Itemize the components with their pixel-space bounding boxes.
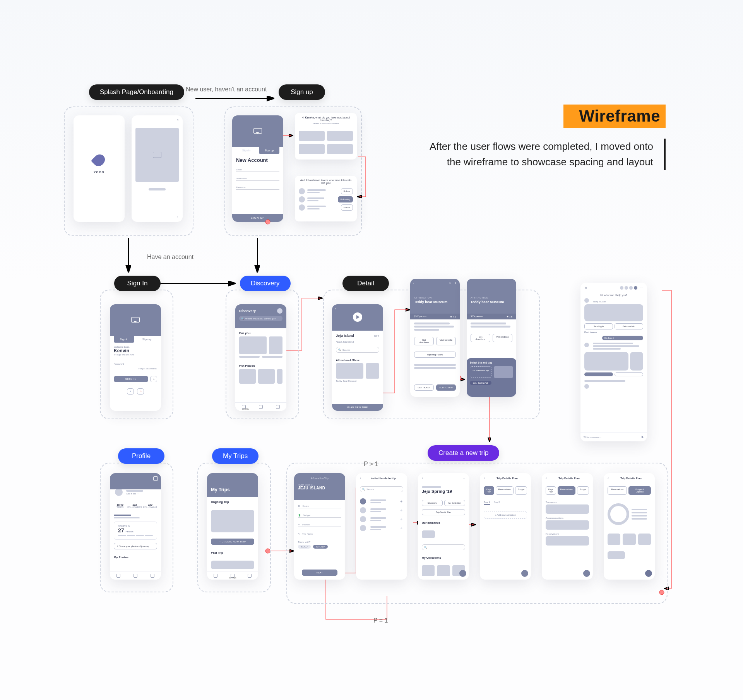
temperature: 18°C bbox=[374, 335, 379, 337]
tab-budget[interactable]: Budget bbox=[515, 486, 527, 495]
facebook-icon[interactable]: f bbox=[127, 388, 134, 395]
page-title: My Trips bbox=[211, 487, 230, 492]
back-icon[interactable]: ‹ bbox=[413, 282, 414, 285]
tab-signin[interactable]: Sign in bbox=[114, 336, 134, 343]
create-new-trip-button[interactable]: + CREATE NEW TRIP bbox=[211, 539, 254, 545]
day1-tab[interactable]: Day 1 bbox=[484, 501, 490, 505]
forgot-link[interactable]: Forgot password? bbox=[114, 367, 157, 370]
budget-icon: 💲 bbox=[298, 514, 301, 516]
screen-discovery: Discovery 🔍 Where would you want to go? … bbox=[235, 304, 286, 411]
screen-detail-item: ‹ ♡ ⇪ ATTRACTION Teddy bear Museum $55/ … bbox=[410, 279, 460, 397]
screen-chat: ✕ ⋯ Hi, what can I help you? Today 10:15… bbox=[580, 283, 647, 441]
back-icon[interactable]: ‹ bbox=[360, 476, 361, 480]
back-icon[interactable]: ‹ bbox=[484, 476, 485, 480]
place-title: Jeju Island bbox=[336, 334, 354, 338]
screen-detail-item-picker: ATTRACTION Teddy bear Museum $55/ person… bbox=[467, 279, 516, 397]
tab-plan[interactable]: Trip Details Plan bbox=[422, 509, 465, 515]
tag-signin: Sign In bbox=[114, 276, 161, 291]
tag-profile: Profile bbox=[118, 448, 164, 464]
faceid-icon[interactable]: ⌂ bbox=[150, 376, 157, 382]
plan-new-trip-button[interactable]: PLAN NEW TRIP bbox=[332, 404, 383, 411]
back-icon[interactable]: ‹ bbox=[546, 476, 547, 480]
add-attraction-button[interactable]: + Add new attraction bbox=[484, 511, 527, 519]
search-icon: 🔍 bbox=[241, 317, 244, 320]
screen-mytrips: My Trips Ongoing Trip + CREATE NEW TRIP … bbox=[207, 473, 258, 580]
chat-fab-icon[interactable] bbox=[521, 570, 528, 577]
chat-fab-icon[interactable] bbox=[459, 570, 466, 577]
password-field[interactable]: Password bbox=[114, 361, 157, 366]
tag-discovery: Discovery bbox=[240, 276, 291, 291]
label-p-eq-1: P = 1 bbox=[373, 617, 388, 624]
tag-mytrips: My Trips bbox=[212, 448, 259, 464]
avatar-icon[interactable] bbox=[277, 308, 282, 314]
heart-icon[interactable]: ♡ bbox=[449, 282, 451, 285]
close-icon[interactable]: ✕ bbox=[584, 286, 587, 290]
back-icon[interactable]: ‹ bbox=[608, 476, 609, 480]
rating: 7.6 bbox=[453, 316, 456, 318]
screen-profile: Add a bio → 18.45TRIPS 132FOLLOWERS 220F… bbox=[110, 473, 161, 580]
back-icon[interactable]: ‹ bbox=[422, 476, 423, 480]
tag-create-trip: Create a new trip bbox=[428, 445, 499, 461]
back-icon[interactable]: ‹ bbox=[335, 307, 336, 310]
svg-point-4 bbox=[265, 220, 270, 224]
chat-fab-icon[interactable] bbox=[645, 570, 652, 577]
chat-title: Hi, what can I help you? bbox=[580, 294, 647, 297]
screen-detail-overview: ‹ Jeju Island 18°C About Jeju Island 🔍Se… bbox=[332, 304, 383, 411]
solo-chip[interactable]: SOLO bbox=[298, 545, 311, 549]
interest-icon: ✦ bbox=[298, 523, 300, 526]
user-name: Kenvin bbox=[114, 348, 157, 353]
bottom-nav[interactable] bbox=[110, 571, 161, 580]
trip-chip[interactable]: Jeju Spring '19 bbox=[470, 381, 491, 385]
next-button[interactable]: NEXT bbox=[302, 570, 337, 576]
visit-website-button[interactable]: Visit website bbox=[436, 337, 456, 345]
play-icon[interactable] bbox=[353, 312, 362, 322]
screen-invite: ‹ Invite friends to trip 🔍Search ＋ ＋ ＋ ＋ bbox=[356, 473, 407, 580]
chat-input[interactable]: Write message… bbox=[584, 436, 641, 438]
get-directions-button[interactable]: Get directions bbox=[414, 337, 434, 345]
tab-budget-expense[interactable]: Budget & Expense bbox=[628, 486, 651, 495]
screen-reservations: ‹ Trip Details Plan Days Plan Reservatio… bbox=[542, 473, 593, 580]
tab-discovery[interactable]: Discovery bbox=[422, 500, 443, 506]
search-icon: 🔍 bbox=[362, 488, 365, 491]
tab-signup[interactable]: Sign up bbox=[137, 336, 157, 343]
add-icon[interactable]: ＋ bbox=[399, 499, 403, 504]
label-p-gt-1: P > 1 bbox=[364, 461, 378, 468]
signin-button[interactable]: SIGN IN bbox=[114, 376, 148, 382]
calendar-icon: 🗓 bbox=[298, 505, 300, 507]
group-chip[interactable]: GROUP bbox=[313, 545, 328, 549]
tab-res[interactable]: Reservations bbox=[496, 486, 514, 495]
screen-signin: Sign in Sign up Welcome back, Kenvin let… bbox=[110, 304, 161, 411]
get-ticket-button[interactable]: GET TICKET bbox=[414, 384, 434, 391]
day2-tab[interactable]: Day 2 bbox=[494, 501, 500, 505]
search-input[interactable]: Where would you want to go? bbox=[245, 317, 276, 320]
tab-days[interactable]: Days Plan bbox=[484, 486, 494, 495]
screen-budget: ‹ Trip Details Plan Reservations Budget … bbox=[604, 473, 655, 580]
share-icon[interactable]: ⇪ bbox=[454, 282, 457, 285]
bot-avatar-icon bbox=[584, 298, 589, 303]
sheet-title: Select trip and day bbox=[470, 361, 513, 364]
page-title: Information Trip bbox=[298, 477, 341, 480]
screen-info-trip: Information Trip I want to go to… JEJU I… bbox=[294, 473, 345, 580]
more-icon[interactable]: ⋯ bbox=[640, 286, 643, 290]
search-icon: 🔍 bbox=[338, 348, 341, 351]
name-icon: ✎ bbox=[298, 532, 300, 535]
add-bio-link[interactable]: Add a bio → bbox=[126, 492, 157, 495]
price: $55/ person bbox=[414, 315, 426, 318]
opening-hours-button[interactable]: Opening Hours bbox=[414, 352, 456, 358]
google-icon[interactable]: G bbox=[137, 388, 144, 395]
page-title: Discovery bbox=[239, 309, 256, 313]
share-photos-button[interactable]: ↗ Share your photos of journey bbox=[114, 543, 157, 549]
page-title: Invite friends to trip bbox=[363, 477, 403, 480]
settings-icon[interactable] bbox=[153, 476, 158, 481]
tab-collection[interactable]: My Collection bbox=[444, 500, 465, 506]
trip-title: Jeju Spring '19 bbox=[422, 489, 465, 494]
chat-fab-icon[interactable] bbox=[583, 570, 590, 577]
donut-chart bbox=[608, 503, 629, 525]
send-icon[interactable]: ➤ bbox=[641, 435, 644, 439]
create-new-trip-tile[interactable]: + Create new trip bbox=[470, 366, 491, 378]
screen-trip-detail: ‹ ⋯ Jeju Spring '19 Discovery My Collect… bbox=[418, 473, 469, 580]
add-to-trip-button[interactable]: ADD TO TRIP bbox=[436, 384, 456, 391]
screen-days-plan: ‹ Trip Details Plan Days Plan Reservatio… bbox=[480, 473, 531, 580]
destination: JEJU ISLAND bbox=[298, 486, 341, 490]
image-icon bbox=[131, 317, 140, 323]
